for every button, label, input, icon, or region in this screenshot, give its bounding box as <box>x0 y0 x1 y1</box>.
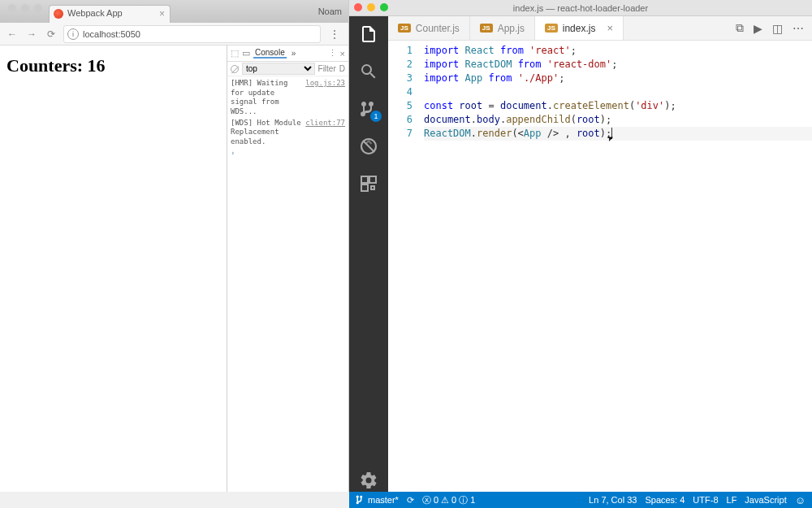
address-bar[interactable]: i localhost:5050 <box>63 25 321 43</box>
clear-console-icon[interactable] <box>231 65 239 73</box>
chrome-viewport: Counters: 16 ⬚ ▭ Console » ⋮ × top Filte… <box>0 46 348 492</box>
code-line[interactable]: document.body.appendChild(root); <box>424 113 812 127</box>
js-file-icon: JS <box>480 24 493 33</box>
editor-group: JSCounter.jsJSApp.jsJSindex.js× ⧉ ▶ ◫ ⋯ … <box>388 16 812 492</box>
browser-tab[interactable]: Webpack App × <box>49 5 171 23</box>
search-icon[interactable] <box>357 60 380 83</box>
editor-tab-label: App.js <box>498 23 525 34</box>
activity-bar: 1 <box>349 16 388 492</box>
console-entry: [HMR] Waiting for update signal from WDS… <box>231 79 345 117</box>
git-branch[interactable]: master* <box>356 495 399 505</box>
page-heading: Counters: 16 <box>6 55 220 76</box>
close-tab-icon[interactable]: × <box>607 22 613 34</box>
site-info-icon[interactable]: i <box>67 28 79 40</box>
js-file-icon: JS <box>545 24 558 33</box>
debug-icon[interactable] <box>357 135 380 158</box>
minimize-icon[interactable] <box>21 4 29 12</box>
chrome-window: Webpack App × Noam ← → ⟳ i localhost:505… <box>0 0 349 492</box>
code-line[interactable]: import React from 'react'; <box>424 44 812 58</box>
vscode-titlebar: index.js — react-hot-loader-loader <box>349 0 812 16</box>
chrome-toolbar: ← → ⟳ i localhost:5050 ⋮ <box>0 23 348 46</box>
js-file-icon: JS <box>398 24 411 33</box>
eol[interactable]: LF <box>727 495 737 505</box>
devtools-menu-icon[interactable]: ⋮ <box>328 48 337 59</box>
code-editor[interactable]: 1234567 import React from 'react';import… <box>388 41 812 492</box>
forward-button[interactable]: → <box>24 28 39 40</box>
editor-tab-label: Counter.js <box>416 23 460 34</box>
console-source-link[interactable]: log.js:23 <box>305 79 345 117</box>
editor-tab[interactable]: JSindex.js× <box>535 16 624 40</box>
problems-status[interactable]: ⓧ0 ⚠0 ⓘ1 <box>422 494 475 506</box>
more-tabs-icon[interactable]: » <box>290 49 298 58</box>
encoding[interactable]: UTF-8 <box>693 495 718 505</box>
close-icon[interactable] <box>354 3 362 11</box>
close-tab-icon[interactable]: × <box>159 8 165 20</box>
chrome-profile-label[interactable]: Noam <box>312 7 348 16</box>
minimize-icon[interactable] <box>367 3 375 11</box>
code-line[interactable]: import ReactDOM from 'react-dom'; <box>424 58 812 72</box>
extensions-icon[interactable] <box>357 172 380 195</box>
filter-label: Filter <box>318 64 336 73</box>
chrome-traffic-lights[interactable] <box>5 4 49 19</box>
settings-icon[interactable] <box>357 469 380 492</box>
status-bar: master* ⟳ ⓧ0 ⚠0 ⓘ1 Ln 7, Col 33 Spaces: … <box>349 492 812 508</box>
editor-tabs: JSCounter.jsJSApp.jsJSindex.js× ⧉ ▶ ◫ ⋯ <box>388 16 812 41</box>
source-control-icon[interactable]: 1 <box>357 98 380 120</box>
code-line[interactable]: import App from './App'; <box>424 72 812 85</box>
code-content[interactable]: import React from 'react';import ReactDO… <box>424 41 812 492</box>
back-button[interactable]: ← <box>5 28 19 40</box>
maximize-icon[interactable] <box>380 3 388 11</box>
run-icon[interactable]: ▶ <box>754 22 762 35</box>
language-mode[interactable]: JavaScript <box>745 495 786 505</box>
inspect-icon[interactable]: ⬚ <box>231 48 239 59</box>
line-number: 7 <box>388 127 412 141</box>
feedback-icon[interactable]: ☺ <box>795 494 806 506</box>
console-prompt[interactable]: › <box>231 149 345 158</box>
code-line[interactable]: ReactDOM.render(<App /> , root); <box>424 127 812 141</box>
vscode-main: 1 JSCounter.jsJSApp.jsJSindex.js× ⧉ ▶ ◫ … <box>349 16 812 492</box>
sync-button[interactable]: ⟳ <box>407 495 414 506</box>
maximize-icon[interactable] <box>34 4 42 12</box>
line-gutter: 1234567 <box>388 41 424 492</box>
devtools-close-icon[interactable]: × <box>340 49 345 59</box>
vscode-window: index.js — react-hot-loader-loader 1 <box>349 0 812 508</box>
default-levels[interactable]: D <box>339 64 345 73</box>
more-actions-icon[interactable]: ⋯ <box>793 22 804 35</box>
devtools-tabs: ⬚ ▭ Console » ⋮ × <box>227 46 348 62</box>
chrome-tabstrip: Webpack App × Noam <box>0 0 348 23</box>
scm-badge: 1 <box>370 111 382 122</box>
explorer-icon[interactable] <box>357 23 380 46</box>
line-number: 1 <box>388 44 412 58</box>
execution-context-select[interactable]: top <box>242 63 315 75</box>
console-tab[interactable]: Console <box>253 48 287 59</box>
line-number: 2 <box>388 58 412 72</box>
editor-tab-label: index.js <box>563 23 596 34</box>
favicon-icon <box>54 9 63 19</box>
split-editor-icon[interactable]: ◫ <box>772 22 783 35</box>
line-number: 3 <box>388 72 412 85</box>
compare-icon[interactable]: ⧉ <box>736 21 744 35</box>
code-line[interactable]: const root = document.createElement('div… <box>424 99 812 113</box>
console-entry: [WDS] Hot Module Replacement enabled.cli… <box>231 119 345 147</box>
console-source-link[interactable]: client:77 <box>305 119 345 147</box>
cursor-position[interactable]: Ln 7, Col 33 <box>589 495 637 505</box>
device-icon[interactable]: ▭ <box>242 48 250 59</box>
console-log[interactable]: [HMR] Waiting for update signal from WDS… <box>227 76 348 492</box>
devtools-panel: ⬚ ▭ Console » ⋮ × top Filter D [HMR] Wai… <box>227 46 348 492</box>
tab-title: Webpack App <box>67 8 123 18</box>
chrome-menu-icon[interactable]: ⋮ <box>326 28 343 41</box>
editor-actions: ⧉ ▶ ◫ ⋯ <box>728 16 812 40</box>
window-title: index.js — react-hot-loader-loader <box>513 3 648 13</box>
line-number: 6 <box>388 113 412 127</box>
reload-button[interactable]: ⟳ <box>44 28 58 40</box>
console-filter-bar: top Filter D <box>227 62 348 76</box>
line-number: 5 <box>388 99 412 113</box>
editor-tab[interactable]: JSApp.js <box>470 16 535 40</box>
code-line[interactable] <box>424 85 812 99</box>
console-message: [WDS] Hot Module Replacement enabled. <box>231 119 303 147</box>
console-message: [HMR] Waiting for update signal from WDS… <box>231 79 303 117</box>
close-icon[interactable] <box>8 4 16 12</box>
indentation[interactable]: Spaces: 4 <box>645 495 685 505</box>
vscode-traffic-lights[interactable] <box>354 3 388 11</box>
editor-tab[interactable]: JSCounter.js <box>388 16 470 40</box>
